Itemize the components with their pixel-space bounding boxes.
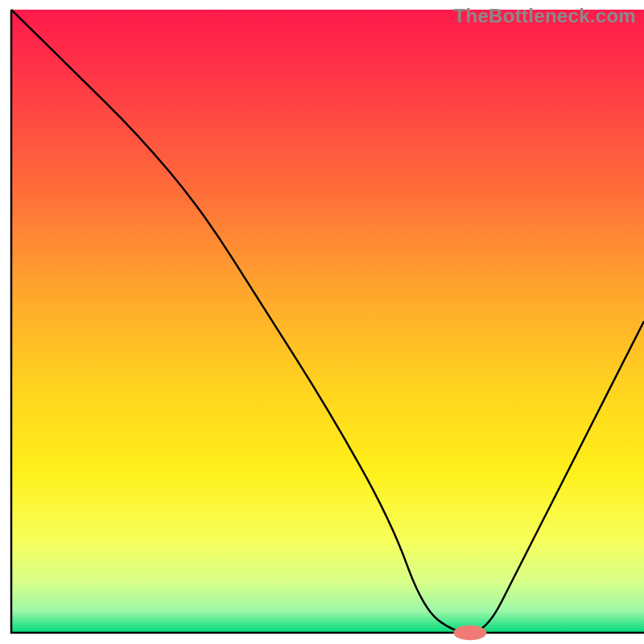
watermark: TheBottleneck.com bbox=[454, 5, 636, 27]
bottleneck-chart bbox=[0, 0, 644, 644]
result-marker bbox=[453, 625, 486, 641]
chart-container: TheBottleneck.com bbox=[0, 0, 644, 644]
